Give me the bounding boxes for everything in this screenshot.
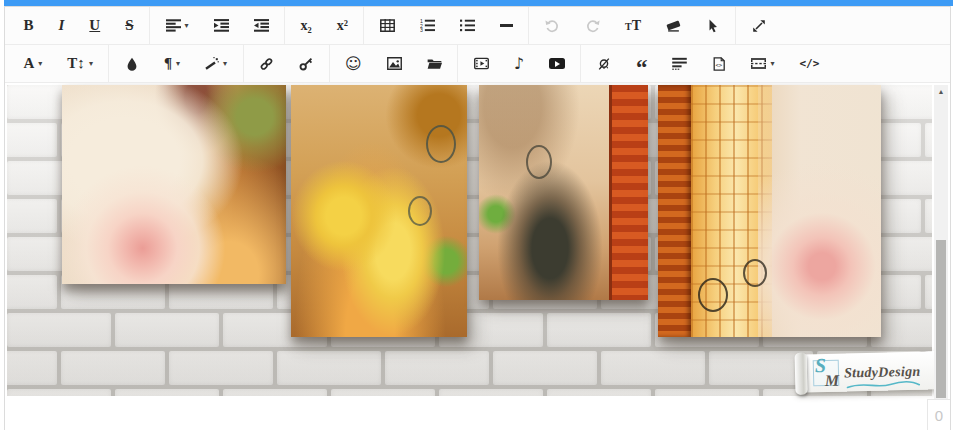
chevron-down-icon: ▾ bbox=[223, 60, 227, 68]
toolbar-separator bbox=[284, 7, 285, 44]
outdent-icon bbox=[254, 19, 269, 32]
paragraph-format-button[interactable]: ¶▾ bbox=[151, 45, 192, 82]
fullscreen-button[interactable] bbox=[739, 7, 778, 44]
link-icon bbox=[259, 57, 274, 71]
youtube-icon bbox=[549, 58, 565, 69]
red-shutter-detail bbox=[609, 85, 648, 300]
smiley-icon: ☺ bbox=[345, 56, 362, 72]
undo-icon bbox=[545, 19, 560, 33]
folder-icon bbox=[427, 57, 442, 70]
indent-button[interactable] bbox=[201, 7, 241, 44]
page-break-button[interactable]: ▾ bbox=[739, 45, 787, 82]
file-manager-button[interactable] bbox=[414, 45, 454, 82]
toolbar-separator bbox=[243, 45, 244, 82]
paper-roll-decoration bbox=[795, 352, 808, 394]
monogram-letter-m: M bbox=[825, 372, 840, 390]
toolbar-separator bbox=[329, 45, 330, 82]
select-all-button[interactable] bbox=[693, 7, 732, 44]
iron-rail-detail bbox=[698, 278, 728, 312]
text-size-icon: TT bbox=[625, 19, 641, 33]
unordered-list-button[interactable] bbox=[447, 7, 487, 44]
summary-icon bbox=[672, 57, 687, 70]
align-left-icon bbox=[166, 19, 181, 32]
document-code-icon: <> bbox=[712, 57, 726, 71]
highlight-color-button[interactable] bbox=[112, 45, 151, 82]
scroll-up-arrow-icon[interactable]: ▲ bbox=[934, 88, 948, 95]
superscript-button[interactable]: x² bbox=[324, 7, 360, 44]
outdent-button[interactable] bbox=[241, 7, 281, 44]
font-color-icon: A bbox=[24, 56, 35, 71]
text-height-icon: T↕ bbox=[67, 56, 85, 71]
hidden-elements-button[interactable] bbox=[584, 45, 623, 82]
collage-panel-table-shutter bbox=[479, 85, 648, 300]
strikethrough-button[interactable]: S bbox=[113, 7, 146, 44]
bold-icon: B bbox=[24, 18, 34, 33]
image-icon bbox=[387, 57, 402, 70]
chevron-down-icon: ▾ bbox=[89, 60, 93, 68]
horizontal-rule-button[interactable] bbox=[487, 7, 525, 44]
character-counter: 0 bbox=[927, 399, 950, 430]
toolbar-separator bbox=[457, 45, 458, 82]
key-icon bbox=[299, 57, 313, 71]
subscript-icon: x₂ bbox=[301, 19, 312, 33]
toolbar-separator bbox=[108, 45, 109, 82]
insert-table-button[interactable] bbox=[367, 7, 407, 44]
insert-video-button[interactable] bbox=[461, 45, 501, 82]
scrollbar-thumb[interactable] bbox=[936, 240, 946, 398]
underline-button[interactable]: U bbox=[77, 7, 113, 44]
vertical-scrollbar[interactable]: ▲ bbox=[934, 85, 948, 400]
sm-monogram: S M bbox=[813, 360, 840, 387]
italic-icon: I bbox=[59, 18, 65, 33]
styles-button[interactable]: ▾ bbox=[193, 45, 240, 82]
ordered-list-button[interactable]: 123 bbox=[407, 7, 447, 44]
code-view-button[interactable]: </> bbox=[787, 45, 832, 82]
font-color-button[interactable]: A▾ bbox=[11, 45, 55, 82]
chevron-down-icon: ▾ bbox=[185, 22, 189, 30]
text-size-button[interactable]: TT bbox=[612, 7, 653, 44]
collage-panel-window-rose bbox=[658, 85, 881, 337]
studydesign-logo: S M StudyDesign bbox=[797, 351, 938, 392]
iron-chair-detail bbox=[408, 196, 432, 226]
svg-text:<>: <> bbox=[716, 62, 723, 68]
collage-panel-cafe-tables bbox=[291, 85, 467, 337]
summary-button[interactable] bbox=[660, 45, 700, 82]
film-icon bbox=[474, 57, 489, 70]
emoticons-button[interactable]: ☺ bbox=[333, 45, 375, 82]
strikethrough-icon: S bbox=[125, 18, 133, 33]
editor-content-area[interactable]: S M StudyDesign ▲ 0 bbox=[5, 83, 950, 430]
insert-youtube-button[interactable] bbox=[536, 45, 577, 82]
expand-icon bbox=[752, 19, 766, 33]
bold-button[interactable]: B bbox=[11, 7, 46, 44]
iron-chair-detail bbox=[426, 125, 456, 163]
toolbar-separator bbox=[149, 7, 150, 44]
insert-image-button[interactable] bbox=[374, 45, 414, 82]
toolbar-separator bbox=[735, 7, 736, 44]
editor-frame: BIUS▾x₂x²123TT A▾T↕▾¶▾▾☺♪“<>▾</> bbox=[4, 6, 951, 430]
horizontal-rule-icon bbox=[500, 24, 513, 27]
toolbar-row-1: BIUS▾x₂x²123TT bbox=[5, 7, 950, 45]
undo-button bbox=[532, 7, 572, 44]
magic-wand-icon bbox=[205, 57, 219, 71]
text-height-button[interactable]: T↕▾ bbox=[55, 45, 106, 82]
chevron-down-icon: ▾ bbox=[176, 60, 180, 68]
insert-link-button[interactable] bbox=[247, 45, 287, 82]
chevron-down-icon: ▾ bbox=[770, 60, 774, 68]
embed-document-button[interactable]: <> bbox=[700, 45, 739, 82]
text-align-button[interactable]: ▾ bbox=[153, 7, 201, 44]
paragraph-icon: ¶ bbox=[164, 56, 172, 71]
insert-anchor-button[interactable] bbox=[287, 45, 326, 82]
orange-shutter-detail bbox=[658, 85, 691, 337]
insert-audio-button[interactable]: ♪ bbox=[501, 45, 536, 82]
subscript-button[interactable]: x₂ bbox=[288, 7, 324, 44]
iron-chair-detail bbox=[526, 145, 552, 179]
table-icon bbox=[380, 19, 395, 32]
toolbar-separator bbox=[580, 45, 581, 82]
italic-button[interactable]: I bbox=[46, 7, 77, 44]
code-icon: </> bbox=[799, 58, 819, 69]
clear-formatting-button[interactable] bbox=[653, 7, 693, 44]
eraser-icon bbox=[666, 19, 681, 32]
ordered-list-icon: 123 bbox=[420, 19, 435, 32]
blockquote-button[interactable]: “ bbox=[623, 45, 660, 82]
rose-overlay-detail bbox=[758, 85, 881, 337]
svg-text:3: 3 bbox=[420, 27, 423, 32]
